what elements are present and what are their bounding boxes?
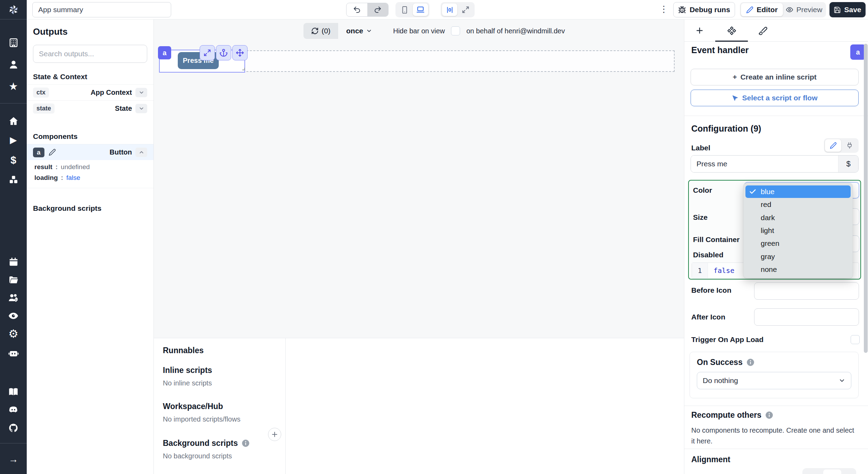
github-icon[interactable] (8, 422, 19, 434)
resize-corner-icon[interactable] (239, 64, 246, 72)
recompute-others-heading: Recompute others (691, 410, 761, 420)
move-handle-icon[interactable] (232, 45, 248, 60)
label-input-wrap: $ (691, 155, 859, 173)
tab-css-brush-icon[interactable] (757, 24, 769, 37)
audit-eye-icon[interactable] (8, 310, 19, 322)
color-option-blue[interactable]: blue (745, 185, 851, 198)
groups-users-icon[interactable] (8, 292, 19, 303)
undo-button[interactable] (347, 3, 367, 17)
info-icon[interactable] (241, 439, 250, 448)
refresh-icon (311, 27, 319, 35)
center-content-button[interactable] (442, 3, 457, 16)
redo-button[interactable] (367, 3, 388, 17)
ai-bot-icon[interactable] (8, 347, 19, 359)
prop-value: false (66, 174, 80, 182)
hide-bar-label: Hide bar on view (393, 27, 445, 35)
tab-insert-plus-icon[interactable] (693, 24, 706, 37)
chevron-down-icon (838, 377, 845, 384)
color-option-red[interactable]: red (745, 198, 851, 211)
favorites-star-icon[interactable]: ★ (8, 81, 19, 92)
settings-tabbar (684, 19, 868, 42)
select-script-button[interactable]: Select a script or flow (691, 90, 859, 106)
hide-bar-checkbox[interactable] (451, 26, 460, 35)
tab-editor[interactable]: Editor (741, 3, 783, 16)
expand-sidebar-arrow-icon[interactable]: → (8, 454, 19, 465)
save-button[interactable]: Save (829, 2, 866, 17)
info-icon[interactable] (765, 411, 774, 420)
after-icon-input[interactable] (754, 308, 859, 326)
save-label: Save (844, 6, 861, 14)
color-option-dark[interactable]: dark (745, 211, 851, 224)
recompute-empty-text: No components to recompute. Create one a… (691, 425, 859, 447)
bug-icon (678, 6, 686, 14)
debug-runs-button[interactable]: Debug runs (673, 2, 735, 17)
option-label: dark (761, 214, 775, 222)
chevron-down-icon (366, 28, 372, 34)
resources-boxes-icon[interactable] (8, 174, 19, 185)
more-options-kebab-icon[interactable]: ⋮ (659, 4, 668, 15)
prop-value: undefined (61, 163, 90, 171)
workspace-icon[interactable] (8, 37, 19, 48)
option-label: blue (761, 188, 775, 196)
template-dollar-button[interactable]: $ (838, 156, 858, 172)
canvas-toolbar: (0) once Hide bar on view on behalf of h… (154, 19, 684, 42)
rename-pencil-icon[interactable] (49, 149, 56, 156)
fullscreen-button[interactable] (458, 3, 473, 16)
cursor-icon (732, 94, 738, 101)
on-success-select[interactable]: Do nothing (697, 372, 851, 389)
tab-preview[interactable]: Preview (783, 3, 825, 16)
device-toggle-group (395, 2, 429, 17)
settings-gear-icon[interactable]: ⚙ (8, 328, 19, 339)
ctx-badge: ctx (33, 88, 49, 98)
trigger-on-app-load-label: Trigger On App Load (691, 335, 763, 344)
output-row-state[interactable]: state State (27, 100, 153, 116)
static-pencil-icon[interactable] (825, 139, 841, 152)
mobile-view-button[interactable] (397, 3, 412, 16)
home-icon[interactable] (8, 115, 19, 127)
folders-icon[interactable] (8, 274, 19, 285)
docs-book-icon[interactable] (8, 386, 19, 398)
app-summary-input[interactable] (32, 2, 171, 17)
chevron-down-icon[interactable] (135, 104, 147, 113)
state-context-heading: State & Context (33, 73, 147, 81)
search-outputs-input[interactable] (33, 45, 147, 63)
component-row-button[interactable]: a Button (27, 144, 153, 160)
discord-icon[interactable] (8, 404, 19, 416)
color-option-light[interactable]: light (745, 224, 851, 237)
before-icon-input[interactable] (754, 282, 859, 300)
desktop-view-button[interactable] (413, 3, 428, 16)
alignment-segmented-control[interactable] (802, 468, 856, 474)
connect-plug-icon[interactable] (841, 139, 858, 152)
expand-handle-icon[interactable] (200, 45, 215, 60)
tab-component-settings-icon[interactable] (725, 24, 738, 37)
user-icon[interactable] (8, 59, 19, 70)
check-icon (749, 188, 757, 196)
add-background-script-button[interactable] (268, 428, 281, 441)
run-mode-dropdown[interactable]: once (341, 23, 377, 39)
anchor-handle-icon[interactable] (216, 45, 231, 60)
app-canvas[interactable]: (0) once Hide bar on view on behalf of h… (154, 19, 684, 338)
select-script-label: Select a script or flow (742, 94, 817, 102)
windmill-logo[interactable] (0, 0, 27, 19)
output-row-ctx[interactable]: ctx App Context (27, 84, 153, 100)
runs-play-icon[interactable]: ▶ (8, 134, 19, 145)
color-option-gray[interactable]: gray (745, 250, 851, 263)
chevron-up-icon[interactable] (135, 148, 147, 157)
create-inline-script-button[interactable]: + Create an inline script (691, 69, 859, 85)
refresh-all-button[interactable]: (0) (303, 23, 338, 39)
panel-scrollbar[interactable] (864, 44, 868, 353)
workspace-hub-heading: Workspace/Hub (163, 402, 675, 411)
color-option-none[interactable]: none (745, 263, 851, 276)
runnables-panel: Runnables Inline scripts No inline scrip… (154, 338, 684, 474)
schedules-calendar-icon[interactable] (8, 256, 19, 267)
preview-label: Preview (796, 6, 823, 14)
color-option-green[interactable]: green (745, 237, 851, 250)
variables-dollar-icon[interactable]: $ (8, 154, 19, 166)
label-value-input[interactable] (691, 156, 838, 172)
option-label: red (761, 200, 771, 209)
color-dropdown-menu: blue red dark light green gray none (743, 183, 853, 278)
outputs-panel: Outputs State & Context ctx App Context … (27, 19, 154, 474)
info-icon[interactable] (746, 358, 755, 367)
chevron-down-icon[interactable] (135, 88, 147, 97)
trigger-on-app-load-checkbox[interactable] (851, 335, 860, 344)
